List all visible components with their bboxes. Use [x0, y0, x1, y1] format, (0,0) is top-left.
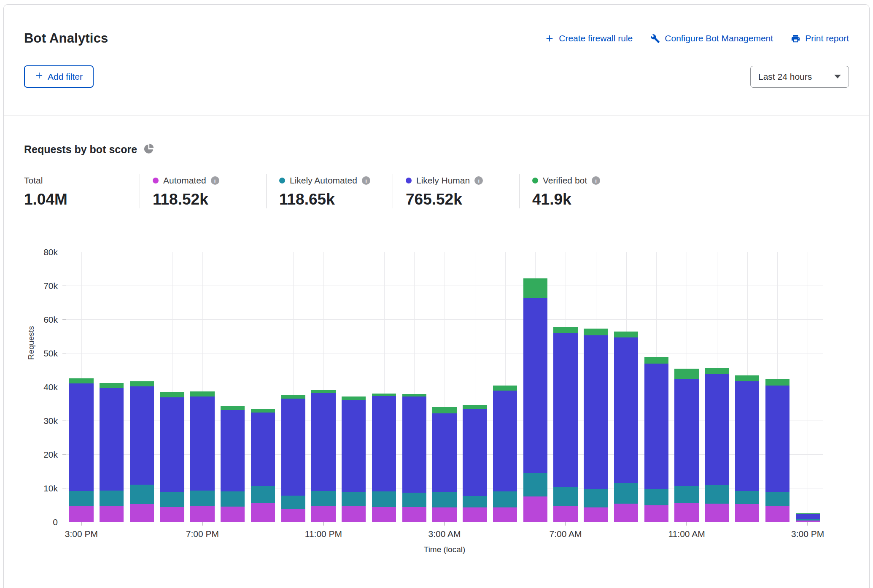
bar-segment-verified-bot [523, 278, 547, 298]
bar-12:00 PM[interactable] [705, 252, 729, 522]
bar-11:00 AM[interactable] [674, 252, 698, 522]
bar-slot [763, 252, 793, 522]
x-tick-label: 11:00 AM [668, 529, 705, 539]
bar-segment-verified-bot [584, 329, 608, 335]
bar-segment-automated [311, 506, 335, 522]
bar-3:00 PM[interactable] [796, 252, 820, 522]
y-axis-title-col: Requests [24, 252, 38, 554]
stat-automated[interactable]: Automated 118.52k [140, 174, 266, 208]
bar-7:00 PM[interactable] [190, 252, 214, 522]
bar-slot [218, 252, 248, 522]
stat-likely-human[interactable]: Likely Human 765.52k [393, 174, 519, 208]
bar-segment-likely-human [221, 410, 245, 491]
bar-segment-automated [160, 507, 184, 522]
stat-value: 765.52k [406, 191, 519, 208]
bar-segment-verified-bot [160, 392, 184, 397]
y-tick-mark [62, 387, 66, 387]
bar-slot [550, 252, 581, 522]
bar-segment-automated [342, 506, 366, 522]
chart-main: 3:00 PM7:00 PM11:00 PM3:00 AM7:00 AM11:0… [66, 252, 823, 554]
print-report-link[interactable]: Print report [791, 33, 849, 43]
y-tick-mark [62, 421, 66, 421]
bar-9:00 PM[interactable] [251, 252, 275, 522]
bar-segment-likely-automated [190, 491, 214, 506]
bar-4:00 AM[interactable] [463, 252, 487, 522]
bar-11:00 PM[interactable] [311, 252, 335, 522]
y-tick-label: 60k [43, 315, 58, 325]
bar-3:00 PM[interactable] [69, 252, 93, 522]
info-icon[interactable] [362, 176, 370, 185]
bar-9:00 AM[interactable] [614, 252, 638, 522]
bar-5:00 PM[interactable] [130, 252, 154, 522]
bar-segment-likely-human [160, 397, 184, 492]
bar-segment-automated [796, 521, 820, 522]
bar-segment-verified-bot [553, 327, 577, 333]
configure-bot-management-link[interactable]: Configure Bot Management [650, 33, 773, 43]
bar-segment-likely-automated [311, 491, 335, 506]
bar-segment-verified-bot [281, 395, 305, 399]
bar-segment-automated [644, 505, 668, 522]
stat-likely-automated[interactable]: Likely Automated 118.65k [266, 174, 393, 208]
bar-slot [308, 252, 339, 522]
bar-segment-likely-automated [432, 492, 456, 507]
x-axis-title: Time (local) [66, 545, 823, 554]
bar-segment-automated [493, 507, 517, 522]
bar-segment-likely-human [251, 413, 275, 486]
stat-label: Likely Human [416, 175, 470, 186]
bar-segment-likely-human [372, 396, 396, 491]
bar-segment-automated [705, 504, 729, 522]
info-icon[interactable] [592, 176, 600, 185]
bar-3:00 AM[interactable] [432, 252, 456, 522]
card-body: Requests by bot score Total 1.04M Automa… [4, 116, 869, 563]
stat-label: Verified bot [543, 175, 587, 186]
add-filter-button[interactable]: Add filter [24, 65, 94, 88]
y-tick-label: 40k [43, 382, 58, 392]
bar-8:00 AM[interactable] [584, 252, 608, 522]
bar-slot [581, 252, 611, 522]
stat-verified-bot[interactable]: Verified bot 41.9k [519, 174, 646, 208]
bar-segment-automated [432, 507, 456, 522]
bar-segment-verified-bot [221, 406, 245, 410]
bar-1:00 AM[interactable] [372, 252, 396, 522]
bar-segment-likely-automated [130, 485, 154, 504]
info-icon[interactable] [474, 176, 483, 185]
stat-value: 118.65k [279, 191, 393, 208]
bar-segment-likely-human [796, 514, 820, 519]
info-icon[interactable] [211, 176, 219, 185]
bot-analytics-card: Bot Analytics Create firewall rule Confi… [3, 4, 870, 588]
page-title: Bot Analytics [24, 31, 108, 46]
bar-segment-likely-automated [160, 492, 184, 507]
bar-5:00 AM[interactable] [493, 252, 517, 522]
stat-value: 118.52k [153, 191, 266, 208]
bar-7:00 AM[interactable] [553, 252, 577, 522]
chevron-down-icon [834, 75, 841, 78]
bar-segment-verified-bot [100, 383, 124, 388]
bar-4:00 PM[interactable] [100, 252, 124, 522]
bar-12:00 AM[interactable] [342, 252, 366, 522]
create-firewall-rule-link[interactable]: Create firewall rule [545, 33, 633, 43]
bar-8:00 PM[interactable] [221, 252, 245, 522]
bar-slot [248, 252, 278, 522]
action-label: Print report [805, 33, 849, 43]
bar-10:00 AM[interactable] [644, 252, 668, 522]
bar-1:00 PM[interactable] [735, 252, 759, 522]
y-tick-label: 70k [43, 281, 58, 291]
time-range-select[interactable]: Last 24 hours [750, 66, 849, 88]
bar-segment-automated [69, 506, 93, 522]
x-tick-mark [81, 522, 81, 526]
bar-segment-likely-human [674, 379, 698, 486]
bar-6:00 AM[interactable] [523, 252, 547, 522]
bar-10:00 PM[interactable] [281, 252, 305, 522]
bar-2:00 AM[interactable] [402, 252, 426, 522]
y-tick-mark [62, 353, 66, 353]
stat-label: Total [24, 175, 43, 186]
legend-dot [532, 178, 538, 183]
bar-segment-likely-human [584, 335, 608, 490]
y-tick-label: 50k [43, 348, 58, 359]
bar-6:00 PM[interactable] [160, 252, 184, 522]
y-tick-mark [62, 522, 66, 522]
bar-2:00 PM[interactable] [765, 252, 789, 522]
bar-segment-likely-automated [735, 491, 759, 504]
bar-segment-likely-human [523, 298, 547, 473]
bar-segment-likely-human [614, 337, 638, 483]
